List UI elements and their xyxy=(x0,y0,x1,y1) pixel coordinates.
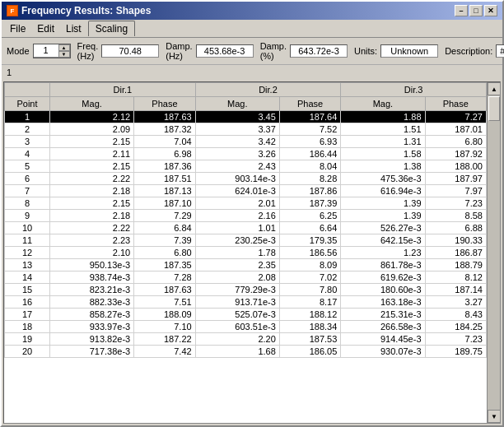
params-row: Mode 1 ▲ ▼ Freq.(Hz) 70.48 Damp.(Hz) 453… xyxy=(2,38,502,65)
table-cell: 526.27e-3 xyxy=(341,222,425,234)
table-cell: 7.23 xyxy=(425,333,486,346)
table-row[interactable]: 122.106.801.78186.561.23186.87 xyxy=(5,247,487,259)
menu-edit[interactable]: Edit xyxy=(32,21,59,36)
table-cell: 717.38e-3 xyxy=(50,346,134,358)
maximize-button[interactable]: □ xyxy=(469,5,483,16)
table-row[interactable]: 72.18187.13624.01e-3187.86616.94e-37.97 xyxy=(5,185,487,197)
table-cell: 903.14e-3 xyxy=(195,173,279,185)
menu-file[interactable]: File xyxy=(5,21,30,36)
tab-scaling[interactable]: Scaling xyxy=(88,21,135,36)
table-cell: 6.98 xyxy=(134,148,195,160)
table-cell: 2 xyxy=(5,123,50,136)
table-cell: 8.28 xyxy=(279,173,340,185)
table-row[interactable]: 112.237.39230.25e-3179.35642.15e-3190.33 xyxy=(5,234,487,247)
desc-label: Description: xyxy=(445,46,492,56)
table-cell: 619.62e-3 xyxy=(341,272,425,284)
table-row[interactable]: 22.09187.323.377.521.51187.01 xyxy=(5,123,487,136)
table-cell: 1.31 xyxy=(341,136,425,148)
table-cell: 2.18 xyxy=(50,210,134,222)
menu-list[interactable]: List xyxy=(61,21,86,36)
spin-down-button[interactable]: ▼ xyxy=(58,51,70,58)
col-phase2: Phase xyxy=(279,97,340,111)
toolbar-indicator: 1 xyxy=(7,67,12,77)
table-row[interactable]: 14938.74e-37.282.087.02619.62e-38.12 xyxy=(5,272,487,284)
table-cell: 2.22 xyxy=(50,222,134,234)
table-row[interactable]: 92.187.292.166.251.398.58 xyxy=(5,210,487,222)
close-button[interactable]: ✕ xyxy=(484,5,497,16)
table-cell: 938.74e-3 xyxy=(50,272,134,284)
table-cell: 858.27e-3 xyxy=(50,309,134,321)
table-cell: 930.07e-3 xyxy=(341,346,425,358)
mode-group: Mode 1 ▲ ▼ xyxy=(7,44,71,58)
table-cell: 861.78e-3 xyxy=(341,259,425,272)
table-row[interactable]: 16882.33e-37.51913.71e-38.17163.18e-33.2… xyxy=(5,296,487,309)
table-cell: 2.15 xyxy=(50,160,134,173)
table-cell: 8.04 xyxy=(279,160,340,173)
app-icon: F xyxy=(7,5,18,16)
table-cell: 186.87 xyxy=(425,247,486,259)
table-cell: 7.23 xyxy=(425,197,486,210)
table-row[interactable]: 102.226.841.016.64526.27e-36.88 xyxy=(5,222,487,234)
title-bar: F Frequency Results: Shapes – □ ✕ xyxy=(2,2,502,20)
mode-value[interactable]: 1 xyxy=(34,44,58,58)
scroll-down-button[interactable]: ▼ xyxy=(488,410,500,423)
freq-group: Freq.(Hz) 70.48 xyxy=(77,41,160,61)
table-cell: 2.10 xyxy=(50,247,134,259)
table-cell: 215.31e-3 xyxy=(341,309,425,321)
table-cell: 7.42 xyxy=(134,346,195,358)
table-cell: 187.92 xyxy=(425,148,486,160)
table-row[interactable]: 17858.27e-3188.09525.07e-3188.12215.31e-… xyxy=(5,309,487,321)
table-row[interactable]: 20717.38e-37.421.68186.05930.07e-3189.75 xyxy=(5,346,487,358)
table-row[interactable]: 15823.21e-3187.63779.29e-37.80180.60e-31… xyxy=(5,284,487,296)
scrollbar: ▲ ▼ xyxy=(487,82,500,423)
table-row[interactable]: 18933.97e-37.10603.51e-3188.34266.58e-31… xyxy=(5,321,487,333)
spin-up-button[interactable]: ▲ xyxy=(58,44,70,51)
table-row[interactable]: 82.15187.102.01187.391.397.23 xyxy=(5,197,487,210)
col-mag1: Mag. xyxy=(50,97,134,111)
col-mag2: Mag. xyxy=(195,97,279,111)
table-row[interactable]: 32.157.043.426.931.316.80 xyxy=(5,136,487,148)
table-cell: 2.09 xyxy=(50,123,134,136)
table-cell: 187.32 xyxy=(134,123,195,136)
table-row[interactable]: 42.116.983.26186.441.58187.92 xyxy=(5,148,487,160)
table-row[interactable]: 13950.13e-3187.352.358.09861.78e-3188.79 xyxy=(5,259,487,272)
spinner-buttons: ▲ ▼ xyxy=(58,44,70,58)
col-phase3: Phase xyxy=(425,97,486,111)
table-row[interactable]: 12.12187.633.45187.641.887.27 xyxy=(5,111,487,123)
table-cell: 2.43 xyxy=(195,160,279,173)
table-cell: 186.56 xyxy=(279,247,340,259)
dir1-header: Dir.1 xyxy=(50,83,196,97)
table-cell: 7.51 xyxy=(134,296,195,309)
table-cell: 20 xyxy=(5,346,50,358)
table-cell: 13 xyxy=(5,259,50,272)
title-bar-left: F Frequency Results: Shapes xyxy=(7,5,151,16)
scroll-up-button[interactable]: ▲ xyxy=(488,82,500,95)
table-cell: 2.11 xyxy=(50,148,134,160)
table-cell: 9 xyxy=(5,210,50,222)
table-cell: 882.33e-3 xyxy=(50,296,134,309)
table-cell: 1.78 xyxy=(195,247,279,259)
table-cell: 2.01 xyxy=(195,197,279,210)
table-cell: 187.22 xyxy=(134,333,195,346)
table-body: 12.12187.633.45187.641.887.2722.09187.32… xyxy=(5,111,487,358)
table-row[interactable]: 52.15187.362.438.041.38188.00 xyxy=(5,160,487,173)
table-row[interactable]: 62.22187.51903.14e-38.28475.36e-3187.97 xyxy=(5,173,487,185)
table-cell: 187.53 xyxy=(279,333,340,346)
table-cell: 184.25 xyxy=(425,321,486,333)
table-cell: 7.28 xyxy=(134,272,195,284)
table-cell: 7.29 xyxy=(134,210,195,222)
table-row[interactable]: 19913.82e-3187.222.20187.53914.45e-37.23 xyxy=(5,333,487,346)
scroll-thumb[interactable] xyxy=(488,96,500,121)
dir2-header: Dir.2 xyxy=(195,83,341,97)
table-cell: 6.88 xyxy=(425,222,486,234)
table-cell: 933.97e-3 xyxy=(50,321,134,333)
table-cell: 163.18e-3 xyxy=(341,296,425,309)
scroll-track[interactable] xyxy=(488,95,500,410)
table-cell: 187.13 xyxy=(134,185,195,197)
table-cell: 3.26 xyxy=(195,148,279,160)
table-cell: 8 xyxy=(5,197,50,210)
table-cell: 2.15 xyxy=(50,136,134,148)
table-wrapper[interactable]: Dir.1 Dir.2 Dir.3 Point Mag. Phase Mag. … xyxy=(4,82,487,423)
minimize-button[interactable]: – xyxy=(455,5,468,16)
table-cell: 1.51 xyxy=(341,123,425,136)
